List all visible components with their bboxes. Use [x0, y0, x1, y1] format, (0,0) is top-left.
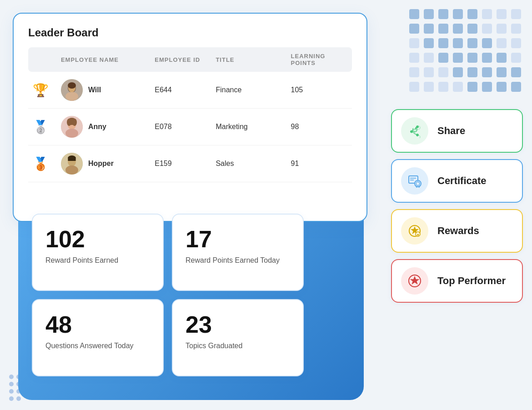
- table-row: 🥉: [28, 145, 352, 182]
- svg-point-4: [68, 82, 76, 89]
- silver-trophy-icon: 🥈: [33, 120, 49, 134]
- top-performer-icon-container: [401, 267, 428, 295]
- stat-number: 23: [186, 313, 290, 336]
- employee-name-cell: Will: [56, 72, 150, 109]
- certificate-label: Certificate: [437, 175, 487, 187]
- avatar: [61, 79, 83, 101]
- page-wrapper: Leader Board EMPLOYEE NAME EMPLOYEE ID T…: [0, 0, 532, 410]
- avatar-image: [61, 79, 83, 101]
- svg-text:↺: ↺: [412, 125, 418, 135]
- share-action-card[interactable]: ↺ Share: [391, 109, 523, 153]
- leaderboard-title: Leader Board: [28, 26, 352, 39]
- gold-trophy-icon: 🏆: [33, 83, 49, 97]
- svg-point-13: [65, 165, 78, 175]
- points-cell: 105: [286, 72, 352, 109]
- col-title: TITLE: [211, 47, 286, 72]
- top-performer-icon: [407, 274, 422, 288]
- avatar-image: [61, 116, 83, 138]
- svg-point-10: [72, 119, 77, 126]
- stat-label: Reward Points Earned: [45, 255, 150, 265]
- rewards-action-card[interactable]: ★ Rewards: [391, 209, 523, 253]
- col-employee-id: EMPLOYEE ID: [150, 47, 211, 72]
- table-row: 🏆: [28, 72, 352, 109]
- svg-point-7: [65, 129, 78, 138]
- leaderboard-table: EMPLOYEE NAME EMPLOYEE ID TITLE LEARNING…: [28, 47, 352, 182]
- col-employee-name: EMPLOYEE NAME: [56, 47, 150, 72]
- svg-point-9: [67, 119, 71, 126]
- decorative-dots-top-right: [409, 9, 527, 100]
- certificate-icon-container: [401, 167, 428, 195]
- rank-cell: 🥈: [28, 109, 56, 145]
- stat-number: 48: [45, 313, 150, 336]
- svg-point-2: [65, 92, 78, 101]
- svg-text:★: ★: [417, 233, 420, 236]
- employee-id-cell: E159: [150, 145, 211, 182]
- leaderboard-card: Leader Board EMPLOYEE NAME EMPLOYEE ID T…: [13, 13, 367, 222]
- stat-card-reward-points: 102 Reward Points Earned: [32, 214, 164, 291]
- stat-card-topics-graduated: 23 Topics Graduated: [172, 299, 304, 376]
- top-performer-label: Top Performer: [437, 275, 506, 287]
- table-row: 🥈: [28, 109, 352, 145]
- stat-number: 102: [45, 227, 150, 251]
- stat-label: Reward Points Earned Today: [186, 255, 290, 265]
- rewards-icon: ★: [407, 224, 422, 238]
- svg-point-20: [415, 180, 421, 187]
- action-cards-area: ↺ Share Certificate: [391, 109, 523, 303]
- employee-id-cell: E644: [150, 72, 211, 109]
- employee-id-cell: E078: [150, 109, 211, 145]
- title-cell: Sales: [211, 145, 286, 182]
- col-rank: [28, 47, 56, 72]
- employee-name-cell: Hopper: [56, 145, 150, 182]
- employee-name-cell: Anny: [56, 109, 150, 145]
- bronze-trophy-icon: 🥉: [33, 157, 49, 171]
- stat-cards-area: 102 Reward Points Earned 17 Reward Point…: [32, 214, 304, 376]
- certificate-action-card[interactable]: Certificate: [391, 159, 523, 203]
- points-cell: 91: [286, 145, 352, 182]
- col-learning-points: LEARNING POINTS: [286, 47, 352, 72]
- rank-cell: 🥉: [28, 145, 56, 182]
- rewards-label: Rewards: [437, 225, 479, 237]
- points-cell: 98: [286, 109, 352, 145]
- share-icon-container: ↺: [401, 117, 428, 145]
- employee-name: Hopper: [88, 160, 114, 168]
- share-icon: ↺: [407, 124, 422, 138]
- svg-rect-15: [68, 159, 76, 161]
- title-cell: Finance: [211, 72, 286, 109]
- certificate-icon: [407, 174, 422, 188]
- avatar: [61, 116, 83, 138]
- stat-number: 17: [186, 227, 290, 251]
- share-label: Share: [437, 125, 465, 137]
- stat-card-reward-points-today: 17 Reward Points Earned Today: [172, 214, 304, 291]
- stat-card-questions-answered: 48 Questions Answered Today: [32, 299, 164, 376]
- stat-label: Questions Answered Today: [45, 341, 150, 351]
- rewards-icon-container: ★: [401, 217, 428, 245]
- avatar: [61, 153, 83, 175]
- employee-name: Anny: [88, 123, 106, 131]
- rank-cell: 🏆: [28, 72, 56, 109]
- title-cell: Marketing: [211, 109, 286, 145]
- top-performer-action-card[interactable]: Top Performer: [391, 259, 523, 303]
- avatar-image: [61, 153, 83, 175]
- stat-label: Topics Graduated: [186, 341, 290, 351]
- employee-name: Will: [88, 86, 101, 94]
